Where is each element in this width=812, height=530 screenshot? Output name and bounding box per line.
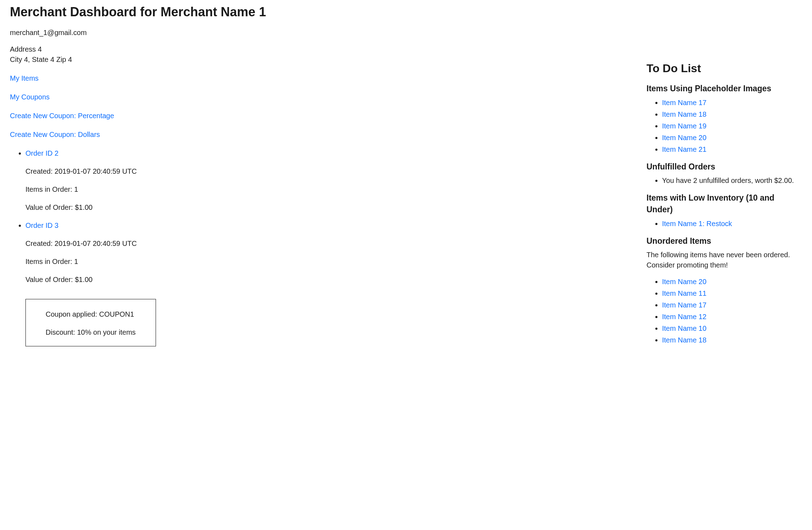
merchant-address: Address 4 City 4, State 4 Zip 4 [10,44,632,65]
order-created: Created: 2019-01-07 20:40:59 UTC [25,238,632,249]
unordered-item-link[interactable]: Item Name 10 [662,324,707,332]
placeholder-images-heading: Items Using Placeholder Images [646,83,802,94]
low-inventory-heading: Items with Low Inventory (10 and Under) [646,192,802,216]
unfulfilled-orders-text: You have 2 unfulfilled orders, worth $2.… [662,175,802,186]
coupon-discount: Discount: 10% on your items [46,327,136,338]
unordered-item-link[interactable]: Item Name 11 [662,289,707,297]
placeholder-item-link[interactable]: Item Name 21 [662,145,707,153]
address-line1: Address 4 [10,44,632,54]
order-link[interactable]: Order ID 2 [25,149,58,157]
orders-list: Order ID 2Created: 2019-01-07 20:40:59 U… [10,148,632,346]
order-items-count: Items in Order: 1 [25,257,632,267]
unfulfilled-orders-heading: Unfulfilled Orders [646,161,802,173]
unordered-items-heading: Unordered Items [646,235,802,247]
placeholder-item: Item Name 21 [662,144,802,155]
unordered-item-link[interactable]: Item Name 17 [662,301,707,309]
unordered-item: Item Name 10 [662,323,802,334]
unordered-item: Item Name 20 [662,277,802,287]
order-value: Value of Order: $1.00 [25,275,632,285]
unordered-item: Item Name 11 [662,288,802,299]
placeholder-item: Item Name 17 [662,98,802,108]
create-coupon-dollars-link[interactable]: Create New Coupon: Dollars [10,131,100,138]
my-items-link[interactable]: My Items [10,74,39,82]
my-coupons-link[interactable]: My Coupons [10,93,50,101]
unordered-item: Item Name 17 [662,300,802,310]
order-item: Order ID 3Created: 2019-01-07 20:40:59 U… [25,220,632,346]
unordered-items-list: Item Name 20Item Name 11Item Name 17Item… [646,277,802,345]
unfulfilled-orders-list: You have 2 unfulfilled orders, worth $2.… [646,175,802,186]
order-items-count: Items in Order: 1 [25,184,632,195]
order-link[interactable]: Order ID 3 [25,221,58,229]
address-line2: City 4, State 4 Zip 4 [10,54,632,65]
low-inventory-item-link[interactable]: Item Name 1: Restock [662,220,732,227]
unordered-item-link[interactable]: Item Name 20 [662,278,707,286]
page-title: Merchant Dashboard for Merchant Name 1 [10,3,632,21]
unordered-item-link[interactable]: Item Name 18 [662,336,707,344]
merchant-email: merchant_1@gmail.com [10,28,632,38]
placeholder-item-link[interactable]: Item Name 20 [662,134,707,142]
todo-title: To Do List [646,60,802,76]
coupon-box: Coupon applied: COUPON1Discount: 10% on … [25,299,156,346]
unordered-items-text: The following items have never been orde… [646,250,802,270]
low-inventory-list: Item Name 1: Restock [646,219,802,229]
unordered-item: Item Name 12 [662,312,802,322]
unordered-item: Item Name 18 [662,335,802,345]
placeholder-images-list: Item Name 17Item Name 18Item Name 19Item… [646,98,802,155]
unordered-item-link[interactable]: Item Name 12 [662,313,707,321]
low-inventory-item: Item Name 1: Restock [662,219,802,229]
placeholder-item: Item Name 20 [662,133,802,143]
order-created: Created: 2019-01-07 20:40:59 UTC [25,166,632,177]
placeholder-item: Item Name 19 [662,121,802,131]
order-value: Value of Order: $1.00 [25,202,632,213]
placeholder-item: Item Name 18 [662,109,802,120]
placeholder-item-link[interactable]: Item Name 17 [662,99,707,106]
create-coupon-percentage-link[interactable]: Create New Coupon: Percentage [10,112,114,120]
coupon-applied: Coupon applied: COUPON1 [46,309,136,319]
placeholder-item-link[interactable]: Item Name 19 [662,122,707,130]
order-item: Order ID 2Created: 2019-01-07 20:40:59 U… [25,148,632,213]
placeholder-item-link[interactable]: Item Name 18 [662,110,707,118]
